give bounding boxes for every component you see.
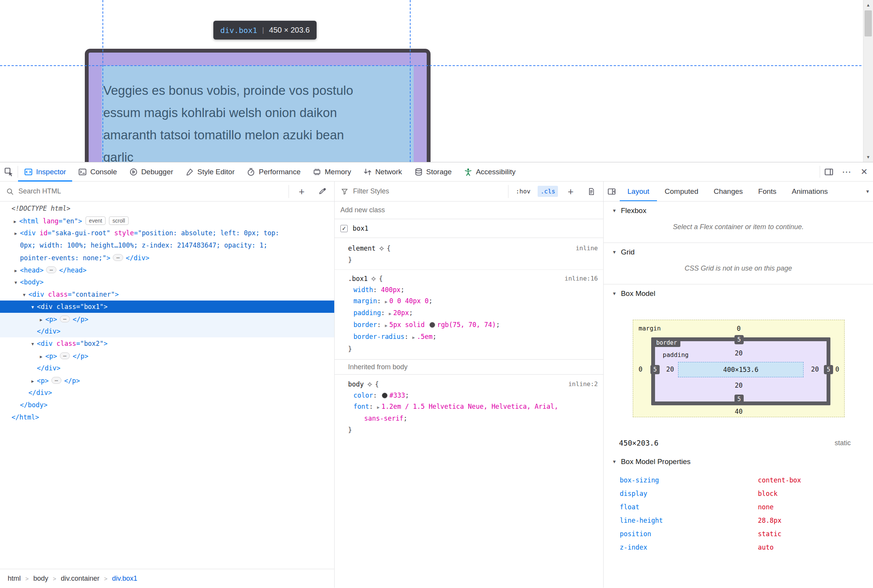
property-name[interactable]: float: [620, 503, 758, 511]
margin-bottom-value[interactable]: 40: [633, 408, 844, 415]
tab-fonts[interactable]: Fonts: [751, 182, 784, 201]
padding-left-value[interactable]: 20: [666, 365, 674, 373]
markup-row[interactable]: <!DOCTYPE html>: [0, 202, 334, 215]
border-bottom-value[interactable]: 5: [734, 395, 744, 404]
twisty-down-icon[interactable]: ▼: [612, 208, 617, 213]
padding-right-value[interactable]: 20: [811, 365, 819, 373]
rule-source-link[interactable]: inline: [576, 243, 598, 254]
markup-row[interactable]: </div>: [0, 362, 334, 374]
tab-style-editor[interactable]: Style Editor: [179, 162, 241, 181]
inline-expander[interactable]: ⋯: [60, 352, 70, 359]
expand-icon[interactable]: ▶: [413, 335, 415, 340]
css-declaration[interactable]: border-radius: ▶.5em;: [335, 331, 603, 343]
color-swatch[interactable]: [429, 322, 435, 328]
pseudo-class-toggle[interactable]: :hov: [513, 186, 533, 197]
markup-row[interactable]: ▶<p>⋯</p>: [0, 350, 334, 362]
tab-performance[interactable]: Performance: [241, 162, 307, 181]
badge-scroll[interactable]: scroll: [109, 216, 129, 225]
property-name[interactable]: position: [620, 530, 758, 538]
scroll-up-icon[interactable]: ▲: [863, 0, 873, 10]
flexbox-header[interactable]: ▼ Flexbox: [604, 202, 873, 220]
twisty-right-icon[interactable]: ▶: [28, 375, 37, 388]
twisty-right-icon[interactable]: ▶: [37, 351, 45, 363]
css-declaration[interactable]: color: #333;: [335, 390, 603, 401]
selector-highlighter-icon[interactable]: [371, 276, 376, 282]
markup-row[interactable]: ▶<head>⋯</head>: [0, 264, 334, 276]
border-right-value[interactable]: 5: [824, 365, 833, 374]
color-swatch[interactable]: [382, 393, 388, 398]
tab-animations[interactable]: Animations: [784, 182, 835, 201]
add-node-button[interactable]: +: [294, 182, 310, 201]
css-declaration[interactable]: width: 400px;: [335, 284, 603, 296]
markup-row[interactable]: </body>: [0, 399, 334, 411]
markup-row[interactable]: ▶<div id="saka-gui-root" style="position…: [0, 227, 334, 239]
margin-top-value[interactable]: 0: [633, 325, 844, 332]
markup-row[interactable]: ▶<p>⋯</p>: [0, 374, 334, 386]
tab-debugger[interactable]: Debugger: [123, 162, 179, 181]
tab-storage[interactable]: Storage: [408, 162, 458, 181]
markup-row[interactable]: </html>: [0, 411, 334, 423]
markup-row-selected[interactable]: ▼<div class="box1">: [0, 301, 334, 313]
scroll-down-icon[interactable]: ▼: [863, 152, 873, 162]
pick-element-button[interactable]: [0, 162, 18, 181]
filter-styles-input[interactable]: Filter Styles: [353, 187, 389, 195]
tab-console[interactable]: Console: [72, 162, 123, 181]
twisty-down-icon[interactable]: ▼: [28, 301, 37, 314]
rule-source-link[interactable]: inline:16: [564, 273, 598, 284]
css-declaration[interactable]: font: ▶1.2em / 1.5 Helvetica Neue, Helve…: [335, 401, 603, 424]
breadcrumb-item-body[interactable]: body: [33, 575, 48, 583]
eyedropper-button[interactable]: [314, 182, 330, 201]
expand-icon[interactable]: ▶: [389, 311, 391, 316]
twisty-down-icon[interactable]: ▼: [612, 249, 617, 255]
page-scrollbar[interactable]: ▲ ▼: [863, 0, 873, 162]
inline-expander[interactable]: ⋯: [113, 254, 123, 261]
add-class-row[interactable]: Add new class: [335, 202, 603, 219]
box-model-diagram[interactable]: margin 0 0 0 40 border padding 400×153.6: [633, 320, 845, 417]
property-name[interactable]: z-index: [620, 543, 758, 551]
property-name[interactable]: box-sizing: [620, 476, 758, 484]
expand-icon[interactable]: ▶: [385, 323, 388, 328]
markup-row[interactable]: </div>: [0, 325, 334, 337]
border-left-value[interactable]: 5: [650, 365, 660, 374]
markup-row[interactable]: 0px; width: 100%; height…100%; z-index: …: [0, 239, 334, 251]
property-name[interactable]: display: [620, 490, 758, 497]
twisty-down-icon[interactable]: ▼: [28, 338, 37, 350]
twisty-right-icon[interactable]: ▶: [37, 314, 45, 326]
rule-selector[interactable]: .box1: [348, 275, 368, 282]
markup-row[interactable]: ▼<div class="box2">: [0, 337, 334, 350]
property-name[interactable]: line-height: [620, 517, 758, 524]
close-devtools-button[interactable]: ✕: [855, 162, 873, 181]
box-model-header[interactable]: ▼ Box Model: [604, 284, 873, 303]
tab-layout[interactable]: Layout: [620, 182, 657, 201]
selector-highlighter-icon[interactable]: [379, 246, 385, 251]
twisty-right-icon[interactable]: ▶: [12, 265, 20, 277]
markup-row[interactable]: ▼<body>: [0, 276, 334, 288]
breadcrumb-item-div-container[interactable]: div.container: [61, 575, 100, 583]
class-checkbox[interactable]: ✓: [340, 225, 348, 232]
chevron-down-icon[interactable]: ▼: [862, 182, 873, 201]
add-class-input[interactable]: Add new class: [340, 206, 385, 214]
expand-icon[interactable]: ▶: [385, 299, 388, 304]
inline-expander[interactable]: ⋯: [60, 315, 70, 322]
twisty-down-icon[interactable]: ▼: [20, 289, 28, 301]
markup-row[interactable]: pointer-events: none;">⋯</div>: [0, 251, 334, 264]
margin-left-value[interactable]: 0: [639, 365, 642, 373]
twisty-down-icon[interactable]: ▼: [612, 459, 617, 464]
tab-changes[interactable]: Changes: [706, 182, 751, 201]
css-declaration[interactable]: padding: ▶20px;: [335, 307, 603, 319]
scrollbar-thumb[interactable]: [865, 10, 872, 36]
twisty-right-icon[interactable]: ▶: [12, 228, 20, 240]
padding-bottom-value[interactable]: 20: [633, 382, 844, 389]
tab-computed[interactable]: Computed: [657, 182, 706, 201]
box-model-content-region[interactable]: 400×153.6: [678, 362, 804, 377]
twisty-down-icon[interactable]: ▼: [12, 277, 20, 289]
rule-selector[interactable]: body: [348, 380, 364, 388]
twisty-down-icon[interactable]: ▼: [612, 291, 617, 296]
add-rule-button[interactable]: +: [563, 182, 579, 201]
rule-source-link[interactable]: inline:2: [568, 378, 598, 390]
rule-selector[interactable]: element: [348, 244, 376, 252]
inline-expander[interactable]: ⋯: [46, 266, 56, 273]
border-top-value[interactable]: 5: [734, 335, 744, 344]
search-input[interactable]: Search HTML: [18, 187, 61, 195]
tab-accessibility[interactable]: Accessibility: [458, 162, 521, 181]
